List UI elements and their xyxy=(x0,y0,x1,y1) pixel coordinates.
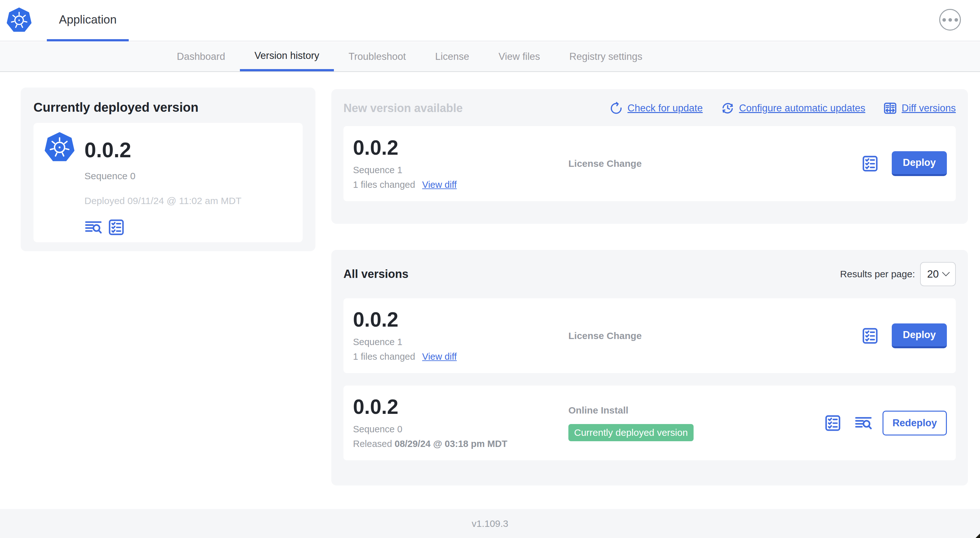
deployed-timestamp: Deployed 09/11/24 @ 11:02 am MDT xyxy=(84,195,242,206)
tab-version-history[interactable]: Version history xyxy=(240,42,334,71)
checklist-icon xyxy=(824,414,842,432)
refresh-icon xyxy=(609,101,623,115)
currently-deployed-badge: Currently deployed version xyxy=(568,424,694,441)
version-source-label: Online Install xyxy=(568,405,628,416)
log-search-icon xyxy=(84,218,102,236)
version-row: 0.0.2 Sequence 0 Released08/29/24 @ 03:1… xyxy=(344,386,956,460)
checklist-icon xyxy=(861,327,879,345)
app-footer: v1.109.3 xyxy=(0,509,980,538)
clock-sync-icon xyxy=(721,101,735,115)
version-sequence: Sequence 1 xyxy=(353,337,402,347)
version-number: 0.0.2 xyxy=(353,309,398,330)
app-header: Application xyxy=(0,0,980,41)
diff-versions-link[interactable]: Diff versions xyxy=(883,101,956,115)
results-per-page-label: Results per page: xyxy=(840,269,915,279)
preflight-checks-button[interactable] xyxy=(861,155,879,173)
configure-automatic-updates-link[interactable]: Configure automatic updates xyxy=(721,101,865,115)
tab-dashboard[interactable]: Dashboard xyxy=(162,42,240,71)
tab-view-files[interactable]: View files xyxy=(484,42,555,71)
version-row: 0.0.2 Sequence 1 1 files changed View di… xyxy=(344,298,956,373)
deployed-version-box: 0.0.2 Sequence 0 Deployed 09/11/24 @ 11:… xyxy=(33,123,303,242)
files-changed-label: 1 files changed xyxy=(353,179,415,190)
version-number: 0.0.2 xyxy=(353,397,398,417)
log-search-icon xyxy=(854,414,872,432)
preflight-checks-button[interactable] xyxy=(107,218,125,236)
released-label: Released xyxy=(353,439,392,449)
app-title: Application xyxy=(59,13,117,26)
diff-columns-icon xyxy=(883,101,897,115)
view-diff-link[interactable]: View diff xyxy=(422,179,457,190)
currently-deployed-heading: Currently deployed version xyxy=(33,100,303,114)
ellipsis-menu-icon xyxy=(942,18,946,22)
deploy-button[interactable]: Deploy xyxy=(892,151,947,176)
new-version-row: 0.0.2 Sequence 1 1 files changed View di… xyxy=(344,126,956,201)
version-sequence: Sequence 0 xyxy=(353,424,402,435)
view-diff-link[interactable]: View diff xyxy=(422,351,457,362)
version-source-label: License Change xyxy=(568,330,642,341)
tab-registry-settings[interactable]: Registry settings xyxy=(555,42,657,71)
results-per-page-select[interactable]: 20 xyxy=(920,262,956,286)
deployed-sequence: Sequence 0 xyxy=(84,171,135,181)
version-source-label: License Change xyxy=(568,158,642,169)
new-version-card: New version available Check for update C… xyxy=(331,89,968,224)
kubernetes-logo-icon xyxy=(6,7,32,34)
preflight-checks-button[interactable] xyxy=(861,327,879,345)
view-logs-button[interactable] xyxy=(854,414,872,432)
main-nav: Dashboard Version history Troubleshoot L… xyxy=(0,42,980,72)
app-tab-application[interactable]: Application xyxy=(47,0,129,41)
all-versions-card: All versions Results per page: 20 0.0.2 … xyxy=(331,250,968,486)
currently-deployed-card: Currently deployed version 0.0.2 xyxy=(21,87,315,251)
deploy-button[interactable]: Deploy xyxy=(892,324,947,348)
mouse-cursor xyxy=(974,532,980,538)
kubernetes-app-icon xyxy=(44,132,75,163)
new-version-heading: New version available xyxy=(344,102,463,115)
tab-license[interactable]: License xyxy=(420,42,484,71)
redeploy-button[interactable]: Redeploy xyxy=(883,411,947,435)
check-for-update-link[interactable]: Check for update xyxy=(609,101,703,115)
checklist-icon xyxy=(861,155,879,173)
overflow-menu-button[interactable] xyxy=(939,9,961,30)
tab-troubleshoot[interactable]: Troubleshoot xyxy=(334,42,420,71)
admin-console-version: v1.109.3 xyxy=(471,518,508,529)
released-timestamp: 08/29/24 @ 03:18 pm MDT xyxy=(395,439,508,449)
preflight-checks-button[interactable] xyxy=(824,414,842,432)
view-logs-button[interactable] xyxy=(84,218,102,236)
checklist-icon xyxy=(107,218,125,236)
chevron-down-icon xyxy=(942,271,950,277)
files-changed-label: 1 files changed xyxy=(353,351,415,362)
version-sequence: Sequence 1 xyxy=(353,165,402,175)
version-number: 0.0.2 xyxy=(353,138,398,158)
all-versions-heading: All versions xyxy=(344,267,409,281)
deployed-version-number: 0.0.2 xyxy=(84,140,131,160)
